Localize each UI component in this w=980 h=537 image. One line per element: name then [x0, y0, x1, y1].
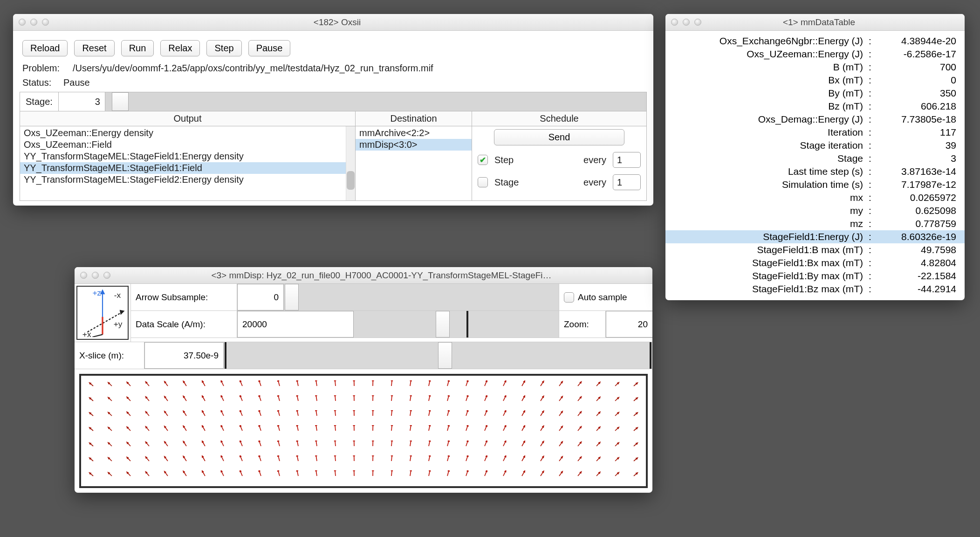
- vector-arrow: [569, 408, 587, 423]
- window-traffic-lights[interactable]: [671, 19, 701, 26]
- minimize-icon[interactable]: [92, 272, 99, 279]
- data-table-row[interactable]: Stage iteration:39: [665, 139, 965, 152]
- minimize-icon[interactable]: [30, 19, 37, 26]
- data-table-row[interactable]: my:0.625098: [665, 204, 965, 217]
- slider-thumb[interactable]: [436, 311, 450, 337]
- arrow-subsample-slider[interactable]: [284, 284, 559, 310]
- vector-arrow: [121, 454, 140, 468]
- vector-arrow: [326, 454, 345, 468]
- data-table-row[interactable]: mz:0.778759: [665, 217, 965, 230]
- window-traffic-lights[interactable]: [80, 272, 110, 279]
- data-table-row[interactable]: Bz (mT):606.218: [665, 100, 965, 113]
- data-value: 606.218: [874, 101, 958, 112]
- data-table-row[interactable]: Last time step (s):3.87163e-14: [665, 165, 965, 178]
- relax-button[interactable]: Relax: [160, 40, 200, 56]
- zoom-icon[interactable]: [694, 19, 701, 26]
- destination-list-item[interactable]: mmDisp<3:0>: [356, 139, 472, 151]
- slider-thumb[interactable]: [285, 284, 299, 310]
- destination-list-item[interactable]: mmArchive<2:2>: [356, 127, 472, 139]
- output-listbox[interactable]: Oxs_UZeeman::Energy densityOxs_UZeeman::…: [20, 126, 355, 200]
- destination-listbox[interactable]: mmArchive<2:2>mmDisp<3:0>: [356, 126, 472, 200]
- step-button[interactable]: Step: [206, 40, 241, 56]
- svg-marker-213: [295, 425, 298, 427]
- svg-marker-345: [410, 455, 412, 456]
- vector-arrow: [587, 439, 606, 454]
- output-scrollbar[interactable]: [346, 126, 355, 200]
- vector-arrow: [308, 439, 326, 454]
- xslice-slider[interactable]: [224, 342, 652, 369]
- svg-line-336: [335, 455, 336, 461]
- svg-marker-107: [429, 395, 432, 397]
- zoom-icon[interactable]: [103, 272, 110, 279]
- mmdisp-title: <3> mmDisp: Hyz_02_run_file00_H7000_AC00…: [116, 270, 647, 281]
- vector-arrow: [587, 393, 606, 408]
- vector-arrow: [326, 408, 345, 423]
- svg-marker-31: [276, 380, 280, 382]
- coord-axes-icon[interactable]: +z -x +y +x: [76, 286, 129, 340]
- data-table-row[interactable]: Oxs_Exchange6Ngbr::Energy (J):4.38944e-2…: [665, 34, 965, 48]
- slider-thumb[interactable]: [438, 342, 452, 369]
- zoom-field[interactable]: 20: [606, 311, 652, 337]
- stage-slider-thumb[interactable]: [112, 92, 129, 111]
- run-button[interactable]: Run: [121, 40, 154, 56]
- data-table-row[interactable]: Bx (mT):0: [665, 74, 965, 87]
- step-checkbox[interactable]: [478, 155, 488, 165]
- data-table-row[interactable]: Oxs_UZeeman::Energy (J):-6.2586e-17: [665, 48, 965, 61]
- svg-marker-169: [447, 410, 451, 412]
- data-table-row[interactable]: StageField1:Bz max (mT):-44.2914: [665, 282, 965, 296]
- svg-marker-287: [429, 441, 432, 442]
- vector-arrow: [457, 393, 475, 408]
- scroll-thumb[interactable]: [347, 171, 355, 190]
- zoom-icon[interactable]: [42, 19, 49, 26]
- data-table-row[interactable]: Simulation time (s):7.17987e-12: [665, 178, 965, 191]
- arrow-subsample-field[interactable]: 0: [237, 284, 284, 310]
- output-list-item[interactable]: Oxs_UZeeman::Energy density: [20, 127, 355, 139]
- data-table-row[interactable]: B (mT):700: [665, 61, 965, 74]
- vector-arrow: [177, 423, 196, 438]
- mmdatatable-titlebar[interactable]: <1> mmDataTable: [665, 14, 965, 31]
- vector-arrow: [457, 408, 475, 423]
- vector-arrow: [345, 393, 363, 408]
- reset-button[interactable]: Reset: [74, 40, 114, 56]
- mmdisp-titlebar[interactable]: <3> mmDisp: Hyz_02_run_file00_H7000_AC00…: [75, 267, 652, 284]
- data-table-row[interactable]: StageField1:Bx max (mT):4.82804: [665, 256, 965, 269]
- data-scale-slider[interactable]: [354, 311, 559, 337]
- minimize-icon[interactable]: [683, 19, 690, 26]
- data-table-row[interactable]: Stage:3: [665, 152, 965, 165]
- send-button[interactable]: Send: [494, 129, 624, 145]
- reload-button[interactable]: Reload: [22, 40, 68, 56]
- stage-checkbox[interactable]: [478, 177, 488, 187]
- close-icon[interactable]: [80, 272, 87, 279]
- vector-arrow: [103, 454, 121, 468]
- auto-sample-checkbox[interactable]: [564, 292, 574, 303]
- data-table-row[interactable]: Oxs_Demag::Energy (J):7.73805e-18: [665, 113, 965, 126]
- data-table-row[interactable]: By (mT):350: [665, 87, 965, 100]
- output-list-item[interactable]: Oxs_UZeeman::Field: [20, 139, 355, 151]
- vector-arrow: [177, 439, 196, 454]
- data-table-row[interactable]: Iteration:117: [665, 126, 965, 139]
- vector-field-display[interactable]: [79, 374, 648, 488]
- data-table-row[interactable]: mx:0.0265972: [665, 191, 965, 204]
- stage-every-field[interactable]: 1: [613, 174, 641, 190]
- close-icon[interactable]: [19, 19, 26, 26]
- window-traffic-lights[interactable]: [19, 19, 49, 26]
- output-list-item[interactable]: YY_TransformStageMEL:StageField1:Energy …: [20, 151, 355, 162]
- vector-arrow: [140, 454, 158, 468]
- svg-line-402: [391, 470, 392, 476]
- pause-button[interactable]: Pause: [248, 40, 291, 56]
- vector-arrow: [624, 423, 643, 438]
- oxsii-titlebar[interactable]: <182> Oxsii: [13, 14, 653, 31]
- data-table-row[interactable]: StageField1:B max (mT):49.7598: [665, 243, 965, 256]
- step-every-field[interactable]: 1: [613, 152, 641, 168]
- vector-arrow: [103, 423, 121, 438]
- svg-text:+z: +z: [92, 288, 101, 297]
- auto-sample-label: Auto sample: [578, 292, 627, 303]
- close-icon[interactable]: [671, 19, 678, 26]
- xslice-field[interactable]: 37.50e-9: [144, 342, 224, 369]
- output-list-item[interactable]: YY_TransformStageMEL:StageField2:Energy …: [20, 174, 355, 186]
- output-list-item[interactable]: YY_TransformStageMEL:StageField1:Field: [20, 162, 355, 174]
- data-scale-field[interactable]: 20000: [237, 311, 354, 337]
- stage-slider[interactable]: [105, 92, 646, 111]
- data-table-row[interactable]: StageField1:By max (mT):-22.1584: [665, 269, 965, 282]
- data-table-row[interactable]: StageField1:Energy (J):8.60326e-19: [665, 230, 965, 243]
